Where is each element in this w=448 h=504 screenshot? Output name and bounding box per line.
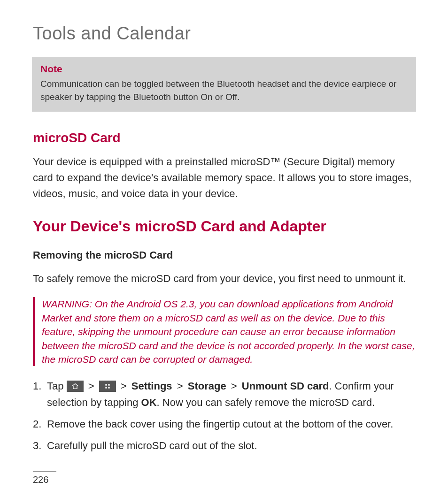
note-callout: Note Communication can be toggled betwee… (32, 57, 416, 112)
document-page: Tools and Calendar Note Communication ca… (0, 0, 448, 504)
step-1-pre: Tap (47, 380, 67, 392)
steps-list: Tap > > Settings > Storage > (33, 378, 416, 453)
note-body: Communication can be toggled between the… (40, 77, 408, 103)
warning-callout: WARNING: On the Android OS 2.3, you can … (33, 297, 416, 366)
step-1-post2: . Now you can safely remove the microSD … (157, 397, 375, 408)
svg-rect-0 (105, 384, 107, 385)
label-settings: Settings (131, 380, 172, 392)
subheading-removing-card: Removing the microSD Card (33, 249, 416, 261)
heading-card-and-adapter: Your Device's microSD Card and Adapter (33, 218, 416, 235)
step-2: Remove the back cover using the fingerti… (33, 416, 416, 432)
step-3: Carefully pull the microSD card out of t… (33, 438, 416, 454)
page-number: 226 (33, 471, 56, 485)
label-storage: Storage (188, 380, 226, 392)
paragraph-microsd-intro: Your device is equipped with a preinstal… (33, 154, 416, 202)
note-title: Note (40, 63, 408, 75)
separator-3: > (177, 378, 183, 394)
separator-4: > (231, 378, 237, 394)
heading-microsd-card: microSD Card (33, 130, 416, 145)
separator-2: > (121, 378, 127, 394)
apps-icon (99, 381, 116, 392)
svg-rect-2 (105, 387, 107, 388)
label-ok: OK (141, 397, 157, 408)
page-title: Tools and Calendar (33, 23, 416, 44)
home-icon (67, 381, 84, 392)
step-1: Tap > > Settings > Storage > (33, 378, 416, 410)
separator-1: > (88, 378, 94, 394)
svg-rect-3 (108, 387, 109, 388)
paragraph-remove-intro: To safely remove the microSD card from y… (33, 271, 416, 287)
label-unmount: Unmount SD card (242, 380, 329, 392)
svg-rect-1 (108, 384, 109, 385)
